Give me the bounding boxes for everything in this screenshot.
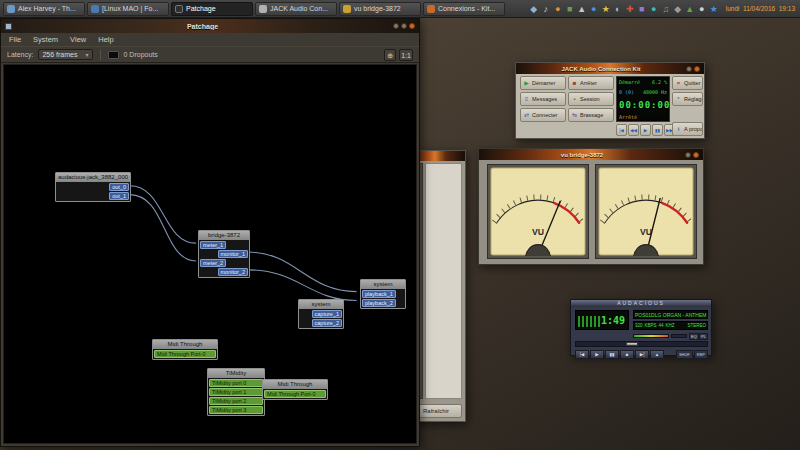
port-out_0[interactable]: out_0 <box>109 183 129 191</box>
settings-button[interactable]: * Réglages... <box>672 92 703 106</box>
vu-titlebar[interactable]: vu bridge-3872 <box>479 149 703 160</box>
playlist-button[interactable]: PL <box>699 333 708 340</box>
port-midi-through-0[interactable]: Midi Through Port-0 <box>264 390 326 398</box>
taskbar-item-linux-mao[interactable]: [Linux MAO | Fo... <box>87 2 169 16</box>
next-button[interactable]: ▶| <box>635 350 649 359</box>
taskbar-item-patchage[interactable]: Patchage <box>171 2 253 16</box>
menu-view[interactable]: View <box>70 35 86 44</box>
connect-button[interactable]: ⇄ Connecter <box>520 108 566 122</box>
port-timidity-0[interactable]: TiMidity port 0 <box>209 379 263 387</box>
pause-button[interactable]: ▮▮ <box>605 350 619 359</box>
close-icon[interactable] <box>409 23 415 29</box>
tray-icon-14[interactable]: ▲ <box>684 3 695 15</box>
port-monitor_1[interactable]: monitor_1 <box>218 250 248 258</box>
menu-help[interactable]: Help <box>98 35 113 44</box>
balance-slider[interactable] <box>671 334 687 338</box>
zoom-normal-icon[interactable]: 1:1 <box>399 49 413 61</box>
window-menu-icon[interactable] <box>5 23 12 30</box>
minimize-icon[interactable] <box>685 152 691 158</box>
repeat-toggle[interactable]: REP <box>694 350 708 359</box>
eject-button[interactable]: ▲ <box>650 350 664 359</box>
port-capture_1[interactable]: capture_1 <box>312 310 342 318</box>
track-title-marquee[interactable]: POS01DLG ORGAN - ANTHEM (T-45) <box>633 310 708 319</box>
tray-icon-10[interactable]: ■ <box>636 3 647 15</box>
zoom-in-icon[interactable]: ⊕ <box>384 49 396 61</box>
tray-icon-15[interactable]: ● <box>696 3 707 15</box>
rewind-button[interactable]: ◀◀ <box>628 124 639 136</box>
node-audacious-jack[interactable]: audacious-jack_3882_000 out_0 out_1 <box>55 172 131 202</box>
connection-wire[interactable] <box>248 270 357 301</box>
play-button[interactable]: ▶ <box>640 124 651 136</box>
node-timidity[interactable]: TiMidity TiMidity port 0 TiMidity port 1… <box>207 368 265 416</box>
port-meter_1[interactable]: meter_1 <box>200 241 226 249</box>
tray-icon-9[interactable]: ✚ <box>624 3 635 15</box>
tray-icon-4[interactable]: ■ <box>564 3 575 15</box>
patch-canvas[interactable]: audacious-jack_3882_000 out_0 out_1 brid… <box>3 64 417 444</box>
volume-slider[interactable] <box>633 334 669 338</box>
connection-wire[interactable] <box>130 186 196 243</box>
seek-thumb[interactable] <box>626 342 638 346</box>
tray-icon-8[interactable]: ◐ <box>612 3 623 15</box>
port-monitor_2[interactable]: monitor_2 <box>218 268 248 276</box>
latency-select[interactable]: 256 frames ▾ <box>38 49 92 60</box>
tray-icon-7[interactable]: ★ <box>600 3 611 15</box>
tray-network-icon[interactable]: ◆ <box>528 3 539 15</box>
minimize-icon[interactable] <box>686 66 692 72</box>
audacious-titlebar[interactable]: AUDACIOUS <box>571 300 711 307</box>
taskbar-item-connexions[interactable]: Connexions - Kit... <box>423 2 505 16</box>
stop-button[interactable]: ■ <box>620 350 634 359</box>
tray-icon-11[interactable]: ● <box>648 3 659 15</box>
node-bridge-3872[interactable]: bridge-3872 meter_1 monitor_1 meter_2 mo… <box>198 230 250 278</box>
previous-button[interactable]: |◀ <box>575 350 589 359</box>
about-button[interactable]: i A propos... <box>672 122 703 136</box>
port-timidity-1[interactable]: TiMidity port 1 <box>209 388 263 396</box>
close-icon[interactable] <box>694 66 700 72</box>
close-icon[interactable] <box>693 152 699 158</box>
start-button[interactable]: ▶ Démarrer <box>520 76 566 90</box>
port-playback_2[interactable]: playback_2 <box>362 299 396 307</box>
tray-icon-16[interactable]: ★ <box>708 3 719 15</box>
stop-button[interactable]: ■ Arrêter <box>568 76 614 90</box>
skip-start-button[interactable]: |◀ <box>616 124 627 136</box>
quit-button[interactable]: × Quitter <box>672 76 703 90</box>
port-midi-through-0[interactable]: Midi Through Port-0 <box>154 350 216 358</box>
session-button[interactable]: ▪ Session <box>568 92 614 106</box>
qjackctl-titlebar[interactable]: JACK Audio Connection Kit <box>516 63 704 74</box>
menu-system[interactable]: System <box>33 35 58 44</box>
taskbar-item-alex-harvey[interactable]: Alex Harvey - Th... <box>3 2 85 16</box>
port-meter_2[interactable]: meter_2 <box>200 259 226 267</box>
connection-wire[interactable] <box>130 195 196 261</box>
port-capture_2[interactable]: capture_2 <box>312 319 342 327</box>
spectrum-analyzer[interactable] <box>578 316 600 327</box>
shuffle-toggle[interactable]: SHUF <box>676 350 693 359</box>
port-out_1[interactable]: out_1 <box>109 192 129 200</box>
node-system-playback[interactable]: system playback_1 playback_2 <box>360 279 406 309</box>
port-playback_1[interactable]: playback_1 <box>362 290 396 298</box>
maximize-icon[interactable] <box>401 23 407 29</box>
tray-update-icon[interactable]: ● <box>552 3 563 15</box>
tray-icon-13[interactable]: ◆ <box>672 3 683 15</box>
seek-bar[interactable] <box>575 341 708 347</box>
connexions-list-pane[interactable] <box>425 163 462 399</box>
port-timidity-2[interactable]: TiMidity port 2 <box>209 397 263 405</box>
node-system-capture[interactable]: system capture_1 capture_2 <box>298 299 344 329</box>
tray-icon-6[interactable]: ● <box>588 3 599 15</box>
patchage-titlebar[interactable]: Patchage <box>1 19 419 33</box>
tray-icon-5[interactable]: ▲ <box>576 3 587 15</box>
menu-file[interactable]: File <box>9 35 21 44</box>
tray-volume-icon[interactable]: ♪ <box>540 3 551 15</box>
connection-wire[interactable] <box>248 252 357 292</box>
node-midi-through-1[interactable]: Midi Through Midi Through Port-0 <box>152 339 218 360</box>
minimize-icon[interactable] <box>393 23 399 29</box>
tray-icon-12[interactable]: ♫ <box>660 3 671 15</box>
playback-time[interactable]: 1:49 <box>601 315 628 329</box>
messages-button[interactable]: ≡ Messages <box>520 92 566 106</box>
clock[interactable]: lundi 11/04/2016 19:13 <box>726 5 795 12</box>
taskbar-item-jack-audio[interactable]: JACK Audio Con... <box>255 2 337 16</box>
pause-button[interactable]: ▮▮ <box>652 124 663 136</box>
port-timidity-3[interactable]: TiMidity port 3 <box>209 406 263 414</box>
taskbar-item-vu-bridge[interactable]: vu bridge-3872 <box>339 2 421 16</box>
equalizer-button[interactable]: EQ <box>689 333 699 340</box>
patchbay-button[interactable]: ⇆ Brassage <box>568 108 614 122</box>
play-button[interactable]: ▶ <box>590 350 604 359</box>
